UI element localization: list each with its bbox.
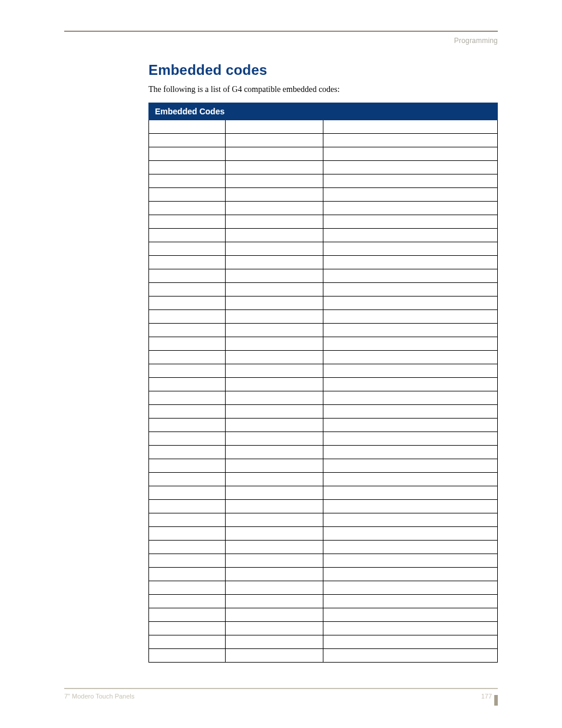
table-row — [149, 133, 498, 147]
table-cell — [323, 350, 497, 364]
table-cell — [323, 296, 497, 309]
table-cell — [149, 513, 226, 526]
table-row — [149, 309, 498, 323]
table-row — [149, 621, 498, 635]
table-cell — [226, 581, 323, 594]
table-cell — [323, 174, 497, 187]
table-cell — [323, 120, 497, 133]
table-cell — [149, 364, 226, 377]
table-cell — [323, 364, 497, 377]
table-row — [149, 526, 498, 540]
table-cell — [226, 391, 323, 404]
table-cell — [149, 391, 226, 404]
table-cell — [226, 377, 323, 391]
table-cell — [226, 621, 323, 635]
table-cell — [323, 215, 497, 228]
page: Programming Embedded codes The following… — [0, 0, 562, 728]
table-row — [149, 377, 498, 391]
table-cell — [226, 364, 323, 377]
table-cell — [323, 323, 497, 337]
table-cell — [149, 486, 226, 499]
table-cell — [226, 350, 323, 364]
table-cell — [323, 486, 497, 499]
table-row — [149, 404, 498, 418]
table-cell — [226, 554, 323, 567]
table-cell — [226, 228, 323, 242]
table-cell — [149, 377, 226, 391]
table-cell — [149, 160, 226, 174]
table-cell — [226, 174, 323, 187]
table-row — [149, 282, 498, 296]
table-cell — [226, 594, 323, 608]
section-lead: The following is a list of G4 compatible… — [148, 84, 498, 95]
table-cell — [323, 554, 497, 567]
table-cell — [149, 445, 226, 459]
table-row — [149, 445, 498, 459]
table-cell — [226, 608, 323, 621]
table-row — [149, 201, 498, 215]
table-cell — [149, 242, 226, 255]
table-cell — [226, 255, 323, 269]
table-row — [149, 391, 498, 404]
table-cell — [226, 120, 323, 133]
table-cell — [149, 581, 226, 594]
table-cell — [149, 621, 226, 635]
embedded-codes-table: Embedded Codes — [148, 103, 498, 663]
table-row — [149, 269, 498, 282]
content-area: Embedded codes The following is a list o… — [148, 62, 498, 663]
table-cell — [149, 147, 226, 160]
table-cell — [323, 621, 497, 635]
header-section-label: Programming — [454, 37, 498, 45]
table-cell — [149, 594, 226, 608]
table-cell — [149, 472, 226, 486]
footer-left: 7" Modero Touch Panels — [64, 693, 134, 700]
table-row — [149, 554, 498, 567]
table-cell — [226, 499, 323, 513]
table-cell — [323, 282, 497, 296]
table-cell — [323, 418, 497, 431]
table-row — [149, 594, 498, 608]
table-cell — [149, 540, 226, 554]
table-cell — [323, 445, 497, 459]
table-cell — [226, 567, 323, 581]
table-cell — [226, 404, 323, 418]
table-row — [149, 255, 498, 269]
table-cell — [323, 404, 497, 418]
table-row — [149, 160, 498, 174]
table-cell — [323, 608, 497, 621]
table-row — [149, 540, 498, 554]
table-cell — [149, 337, 226, 350]
table-cell — [226, 309, 323, 323]
table-row — [149, 323, 498, 337]
table-cell — [226, 459, 323, 472]
table-cell — [226, 201, 323, 215]
table-cell — [226, 472, 323, 486]
table-cell — [323, 147, 497, 160]
table-cell — [226, 160, 323, 174]
table-cell — [149, 187, 226, 201]
table-cell — [149, 228, 226, 242]
table-cell — [323, 581, 497, 594]
table-row — [149, 499, 498, 513]
table-cell — [149, 526, 226, 540]
table-row — [149, 187, 498, 201]
table-cell — [149, 296, 226, 309]
table-cell — [323, 309, 497, 323]
table-cell — [226, 526, 323, 540]
table-cell — [149, 554, 226, 567]
table-cell — [323, 513, 497, 526]
table-cell — [226, 337, 323, 350]
table-cell — [323, 391, 497, 404]
table-cell — [323, 540, 497, 554]
table-cell — [226, 635, 323, 648]
table-cell — [226, 486, 323, 499]
table-cell — [226, 513, 323, 526]
table-cell — [226, 323, 323, 337]
table-row — [149, 174, 498, 187]
section-title: Embedded codes — [148, 62, 498, 78]
table-cell — [226, 445, 323, 459]
table-cell — [149, 120, 226, 133]
table-row — [149, 147, 498, 160]
table-row — [149, 459, 498, 472]
table-cell — [226, 215, 323, 228]
